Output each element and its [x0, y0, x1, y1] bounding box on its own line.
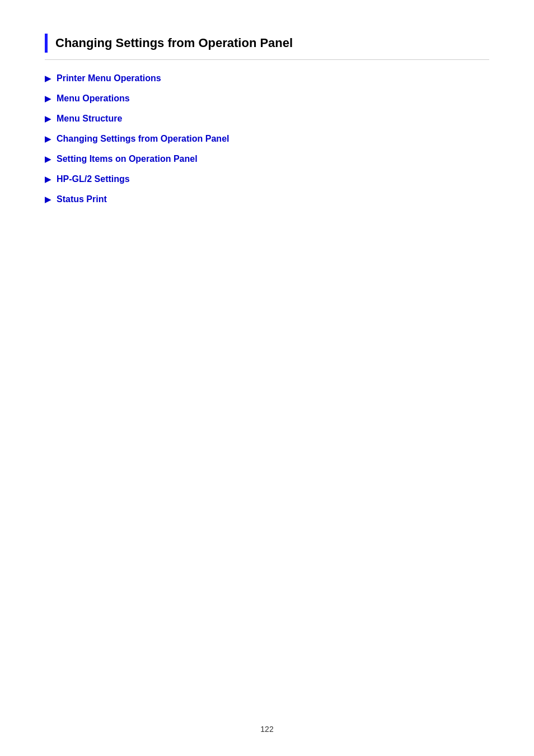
nav-link-2[interactable]: Menu Structure — [57, 114, 122, 124]
page-header: Changing Settings from Operation Panel — [45, 34, 489, 60]
list-item: ▶Status Print — [45, 194, 489, 204]
list-item: ▶Menu Structure — [45, 114, 489, 124]
page-container: Changing Settings from Operation Panel ▶… — [0, 0, 534, 756]
header-accent-bar — [45, 34, 48, 53]
page-number: 122 — [260, 725, 273, 734]
arrow-icon: ▶ — [45, 195, 51, 204]
list-item: ▶Printer Menu Operations — [45, 73, 489, 83]
nav-link-6[interactable]: Status Print — [57, 194, 107, 204]
nav-list: ▶Printer Menu Operations▶Menu Operations… — [45, 73, 489, 204]
nav-link-5[interactable]: HP-GL/2 Settings — [57, 174, 130, 184]
nav-link-1[interactable]: Menu Operations — [57, 94, 130, 104]
page-title: Changing Settings from Operation Panel — [55, 34, 293, 53]
nav-link-3[interactable]: Changing Settings from Operation Panel — [57, 134, 229, 144]
nav-link-4[interactable]: Setting Items on Operation Panel — [57, 154, 198, 164]
nav-link-0[interactable]: Printer Menu Operations — [57, 73, 161, 83]
list-item: ▶Setting Items on Operation Panel — [45, 154, 489, 164]
arrow-icon: ▶ — [45, 175, 51, 184]
list-item: ▶Changing Settings from Operation Panel — [45, 134, 489, 144]
arrow-icon: ▶ — [45, 134, 51, 143]
list-item: ▶HP-GL/2 Settings — [45, 174, 489, 184]
arrow-icon: ▶ — [45, 114, 51, 123]
arrow-icon: ▶ — [45, 74, 51, 83]
arrow-icon: ▶ — [45, 94, 51, 103]
list-item: ▶Menu Operations — [45, 94, 489, 104]
arrow-icon: ▶ — [45, 155, 51, 164]
